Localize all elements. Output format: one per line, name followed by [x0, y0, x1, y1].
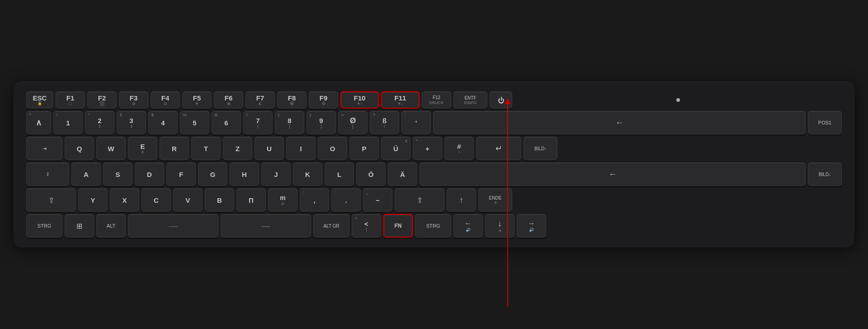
key-entf[interactable]: ENTF EINFG [453, 91, 487, 109]
f2-label: F2 [98, 95, 106, 101]
key-7[interactable]: / 7 { [243, 111, 273, 134]
key-enter-bottom[interactable]: ← [420, 162, 806, 186]
key-accent[interactable]: ` ' [401, 111, 431, 134]
key-8[interactable]: ( 8 [ [275, 111, 304, 134]
key-f9[interactable]: F9 ⚙ [309, 91, 338, 109]
key-dash[interactable]: _ − [363, 188, 392, 212]
left-icon: ← [465, 219, 472, 228]
key-p[interactable]: P [349, 137, 379, 160]
key-h[interactable]: H [230, 162, 259, 186]
key-6[interactable]: & 6 [212, 111, 241, 134]
key-f6[interactable]: F6 ⊕ [214, 91, 243, 109]
plus-top: * [416, 139, 418, 143]
key-w[interactable]: W [96, 137, 126, 160]
key-lshift[interactable]: ⇧ [26, 188, 76, 212]
tab-icon: ⇥ [42, 146, 47, 152]
key-0[interactable]: = Ø } [338, 111, 368, 134]
key-e[interactable]: E € [128, 137, 157, 160]
entf-sub: EINFG [464, 101, 477, 105]
k2-main: 2 [98, 117, 101, 124]
key-pos1[interactable]: POS1 [808, 111, 842, 134]
key-m[interactable]: m μ [268, 188, 297, 212]
key-g[interactable]: G [198, 162, 227, 186]
key-f12[interactable]: F12 DRUCK [422, 91, 451, 109]
key-f3[interactable]: F3 ⊘ [119, 91, 148, 109]
key-space1[interactable]: — [128, 214, 218, 238]
f12-sub: DRUCK [429, 101, 443, 105]
key-fn[interactable]: FN [383, 214, 413, 238]
key-plus[interactable]: * + [413, 137, 442, 160]
key-downarrow[interactable]: ↓ ☀ [485, 214, 514, 238]
key-9[interactable]: ) 9 ] [307, 111, 336, 134]
key-f8[interactable]: F8 ⦿ [277, 91, 307, 109]
key-v[interactable]: V [173, 188, 203, 212]
key-2[interactable]: " 2 2 [85, 111, 114, 134]
key-lalt[interactable]: ALT [96, 214, 126, 238]
key-j[interactable]: J [261, 162, 291, 186]
k3-top: § [120, 113, 122, 117]
kacc-top: ` [405, 113, 406, 117]
key-f4[interactable]: F4 ⊙ [151, 91, 180, 109]
key-b[interactable]: B [205, 188, 234, 212]
key-l[interactable]: L [325, 162, 354, 186]
key-ss[interactable]: ? ß \ [370, 111, 399, 134]
k-label: K [305, 171, 310, 178]
key-f[interactable]: F [166, 162, 196, 186]
key-capslock[interactable]: ⇪ [26, 162, 69, 186]
key-enter-top[interactable]: ↵ [476, 137, 521, 160]
key-lstrg[interactable]: STRG [26, 214, 62, 238]
key-f10[interactable]: F10 ☀↑ [340, 91, 379, 109]
key-period[interactable]: : . [331, 188, 361, 212]
key-tab[interactable]: ⇥ [26, 137, 62, 160]
kss-top: ? [373, 113, 375, 117]
b-label: B [217, 197, 222, 204]
f9-label: F9 [320, 95, 328, 101]
key-k[interactable]: K [293, 162, 322, 186]
key-backspace[interactable]: ← [433, 111, 806, 134]
key-x[interactable]: X [110, 188, 139, 212]
key-leftarrow[interactable]: ← 🔊 [453, 214, 483, 238]
key-o[interactable]: O [318, 137, 347, 160]
key-q[interactable]: Q [65, 137, 94, 160]
key-bildup[interactable]: BILD↑ [524, 137, 557, 160]
key-f1[interactable]: F1 □ [56, 91, 85, 109]
key-f5[interactable]: F5 ✈ [182, 91, 212, 109]
key-f7[interactable]: F7 G [245, 91, 275, 109]
key-rightarrow[interactable]: → 🔊 [517, 214, 546, 238]
key-ae[interactable]: Ä [388, 162, 417, 186]
key-uparrow[interactable]: ↑ [447, 188, 476, 212]
key-1[interactable]: ! 1 [53, 111, 83, 134]
key-n[interactable]: Π [236, 188, 266, 212]
key-4[interactable]: $ 4 [148, 111, 178, 134]
key-u[interactable]: U [255, 137, 284, 160]
key-caret[interactable]: ^ ∧ [26, 111, 51, 134]
key-c[interactable]: C [142, 188, 171, 212]
key-i[interactable]: I [286, 137, 316, 160]
key-d[interactable]: D [135, 162, 164, 186]
key-comma[interactable]: ; , [300, 188, 329, 212]
key-rshift[interactable]: ⇧ [395, 188, 444, 212]
key-space2[interactable]: — [221, 214, 311, 238]
key-3[interactable]: § 3 3 [117, 111, 146, 134]
key-angle[interactable]: > < | [352, 214, 381, 238]
key-y[interactable]: Y [78, 188, 108, 212]
key-ue[interactable]: x Ü [381, 137, 410, 160]
f1-label: F1 [66, 95, 75, 101]
key-a[interactable]: A [71, 162, 101, 186]
key-5[interactable]: % 5 [180, 111, 209, 134]
key-rstrg[interactable]: STRG [415, 214, 451, 238]
key-f2[interactable]: F2 ⬛ [87, 91, 117, 109]
key-r[interactable]: R [160, 137, 189, 160]
key-s[interactable]: S [103, 162, 132, 186]
comma-top: ; [303, 191, 304, 195]
key-z[interactable]: Z [223, 137, 252, 160]
key-altgr[interactable]: ALT GR [313, 214, 349, 238]
key-bilddown[interactable]: BILD↓ [808, 162, 842, 186]
f3-sub: ⊘ [132, 102, 136, 106]
key-hash[interactable]: ' # ~ [444, 137, 474, 160]
key-f11[interactable]: F11 ☀↓ [381, 91, 420, 109]
key-t[interactable]: T [191, 137, 221, 160]
key-esc[interactable]: ESC 🔒 [26, 91, 53, 109]
key-oe[interactable]: Ö [356, 162, 386, 186]
key-win[interactable]: ⊞ [65, 214, 94, 238]
